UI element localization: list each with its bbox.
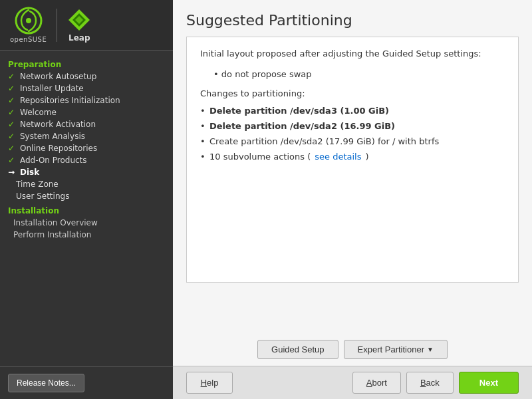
check-icon: ✓ — [8, 144, 17, 153]
installation-header: Installation — [0, 202, 173, 217]
sidebar-item-online-repositories[interactable]: ✓ Online Repositories — [0, 142, 173, 154]
svg-point-1 — [26, 18, 31, 23]
nav-label: Installation Overview — [13, 218, 98, 227]
check-icon: ✓ — [8, 132, 17, 141]
bullet-icon: • — [200, 104, 205, 118]
partition-item-1: • Delete partition /dev/sda3 (1.00 GiB) — [200, 104, 505, 118]
nav-label: Repositories Initialization — [20, 96, 120, 105]
preparation-header: Preparation — [0, 56, 173, 70]
opensuse-logo: openSUSE — [10, 7, 47, 43]
intro-text: Initial layout proposed after adjusting … — [200, 47, 505, 61]
bottom-left-buttons: Help — [186, 372, 233, 394]
release-notes-button[interactable]: Release Notes... — [8, 374, 84, 392]
leap-logo: Leap — [67, 8, 91, 43]
bottom-right-buttons: Abort Back Next — [352, 372, 519, 394]
nav-label: System Analysis — [20, 132, 85, 141]
sidebar-item-system-analysis[interactable]: ✓ System Analysis — [0, 130, 173, 142]
partitioning-box: Initial layout proposed after adjusting … — [186, 37, 519, 283]
nav-label: Welcome — [20, 108, 57, 117]
main-content: Suggested Partitioning Initial layout pr… — [173, 0, 532, 399]
help-label: elp — [207, 378, 218, 388]
logo-area: openSUSE Leap — [0, 0, 173, 51]
bullet-icon: • — [200, 120, 205, 134]
partition-item-3: • Create partition /dev/sda2 (17.99 GiB)… — [200, 135, 505, 149]
check-icon: ✓ — [8, 108, 17, 117]
sidebar-item-welcome[interactable]: ✓ Welcome — [0, 106, 173, 118]
check-icon: ✓ — [8, 96, 17, 105]
opensuse-icon — [15, 7, 43, 35]
content-area: Initial layout proposed after adjusting … — [173, 37, 532, 333]
leap-label: Leap — [68, 33, 90, 43]
nav-label: Network Autosetup — [20, 72, 96, 81]
partition-action-1: Delete partition /dev/sda3 (1.00 GiB) — [209, 104, 389, 118]
abort-button[interactable]: Abort — [352, 372, 401, 394]
bullet: • — [213, 69, 221, 79]
partition-action-4-before: 10 subvolume actions ( — [209, 150, 311, 164]
next-label: Next — [479, 378, 498, 388]
bottom-button-bar: Help Abort Back Next — [173, 366, 532, 399]
sidebar-item-perform-installation[interactable]: Perform Installation — [0, 229, 173, 241]
check-icon: ✓ — [8, 84, 17, 93]
bullet-icon: • — [200, 135, 205, 149]
expert-partitioner-label: Expert Partitioner — [358, 344, 424, 354]
sidebar-item-addon-products[interactable]: ✓ Add-On Products — [0, 154, 173, 166]
see-details-link[interactable]: see details — [315, 150, 361, 164]
logo-divider — [57, 9, 57, 42]
nav-label: Online Repositories — [20, 144, 97, 153]
guided-setup-button[interactable]: Guided Setup — [257, 340, 338, 359]
sidebar-item-network-activation[interactable]: ✓ Network Activation — [0, 118, 173, 130]
partition-action-3: Create partition /dev/sda2 (17.99 GiB) f… — [209, 135, 439, 149]
sidebar-item-time-zone[interactable]: Time Zone — [0, 178, 173, 190]
nav-label: Perform Installation — [13, 230, 91, 239]
nav-label: Add-On Products — [20, 156, 87, 165]
leap-icon — [67, 8, 91, 32]
no-swap-item: • do not propose swap — [213, 68, 505, 82]
page-title: Suggested Partitioning — [186, 12, 519, 29]
expert-partitioner-button[interactable]: Expert Partitioner ▼ — [344, 340, 448, 359]
back-label: ack — [426, 378, 440, 388]
sidebar-footer: Release Notes... — [0, 366, 173, 399]
main-header: Suggested Partitioning — [173, 0, 532, 37]
nav-label: Installer Update — [20, 84, 84, 93]
sidebar-item-installation-overview[interactable]: Installation Overview — [0, 217, 173, 229]
sidebar: openSUSE Leap Preparation ✓ Network Auto… — [0, 0, 173, 399]
help-button[interactable]: Help — [186, 372, 233, 394]
sidebar-item-network-autosetup[interactable]: ✓ Network Autosetup — [0, 70, 173, 82]
nav-label: Time Zone — [16, 180, 59, 189]
partition-item-2: • Delete partition /dev/sda2 (16.99 GiB) — [200, 120, 505, 134]
sidebar-item-disk[interactable]: → Disk — [0, 166, 173, 178]
nav-label: Network Activation — [20, 120, 96, 129]
nav-area: Preparation ✓ Network Autosetup ✓ Instal… — [0, 51, 173, 366]
next-button[interactable]: Next — [459, 372, 519, 394]
top-buttons: Guided Setup Expert Partitioner ▼ — [257, 340, 448, 359]
check-icon: ✓ — [8, 156, 17, 165]
partition-item-4: • 10 subvolume actions (see details) — [200, 150, 505, 164]
nav-label: Disk — [20, 168, 39, 177]
arrow-icon: → — [8, 168, 17, 177]
sidebar-item-installer-update[interactable]: ✓ Installer Update — [0, 82, 173, 94]
no-swap-label: do not propose swap — [221, 69, 312, 79]
bullet-icon: • — [200, 150, 205, 164]
partition-action-4-after: ) — [365, 150, 368, 164]
nav-label: User Settings — [16, 192, 69, 201]
partition-action-2: Delete partition /dev/sda2 (16.99 GiB) — [209, 120, 395, 134]
button-area: Guided Setup Expert Partitioner ▼ — [173, 333, 532, 366]
sidebar-item-user-settings[interactable]: User Settings — [0, 190, 173, 202]
changes-header: Changes to partitioning: — [200, 87, 505, 101]
check-icon: ✓ — [8, 72, 17, 81]
dropdown-arrow-icon: ▼ — [427, 346, 434, 353]
opensuse-label: openSUSE — [10, 36, 47, 43]
check-icon: ✓ — [8, 120, 17, 129]
back-button[interactable]: Back — [406, 372, 454, 394]
abort-label: bort — [372, 378, 387, 388]
sidebar-item-repositories[interactable]: ✓ Repositories Initialization — [0, 94, 173, 106]
